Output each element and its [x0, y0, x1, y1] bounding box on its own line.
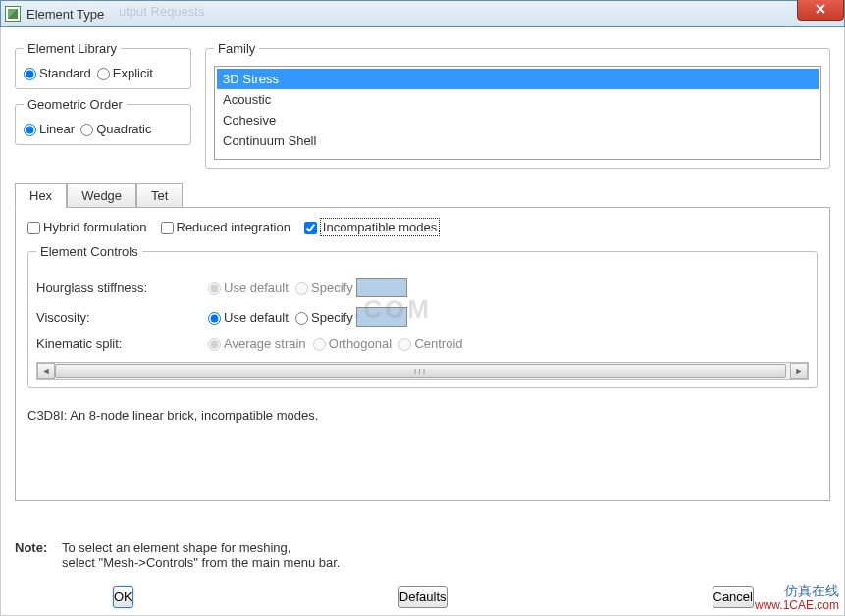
radio-linear[interactable]: Linear: [24, 122, 75, 136]
close-icon: [815, 3, 826, 15]
ok-button[interactable]: OK: [113, 586, 133, 608]
titlebar: Element Type utput Requests: [0, 0, 845, 27]
element-description: C3D8I: An 8-node linear brick, incompati…: [27, 408, 818, 423]
viscosity-value-input[interactable]: [356, 307, 407, 327]
checkbox-incompatible[interactable]: Incompatible modes: [304, 220, 440, 234]
element-shape-tabs: Hex Wedge Tet: [15, 182, 830, 207]
family-group: Family 3D Stress Acoustic Cohesive Conti…: [205, 41, 830, 169]
radio-hourglass-specify: Specify: [295, 281, 353, 295]
tab-tet[interactable]: Tet: [136, 183, 183, 208]
radio-standard[interactable]: Standard: [24, 66, 91, 80]
label-viscosity: Viscosity:: [36, 310, 208, 325]
window-title: Element Type: [26, 7, 104, 22]
element-controls-legend: Element Controls: [36, 244, 142, 259]
scroll-track[interactable]: ııı: [55, 363, 790, 379]
horizontal-scrollbar[interactable]: ◄ ııı ►: [36, 362, 809, 380]
radio-kin-centroid: Centroid: [398, 336, 462, 351]
radio-viscosity-specify[interactable]: Specify: [295, 310, 353, 325]
geometric-order-legend: Geometric Order: [24, 97, 127, 112]
note-text: To select an element shape for meshing, …: [62, 540, 340, 570]
geometric-order-group: Geometric Order Linear Quadratic: [15, 97, 191, 145]
radio-viscosity-default[interactable]: Use default: [208, 310, 289, 325]
close-button[interactable]: [797, 0, 844, 21]
radio-kin-avg: Average strain: [208, 336, 306, 351]
family-item-acoustic[interactable]: Acoustic: [217, 89, 819, 110]
checkbox-reduced[interactable]: Reduced integration: [161, 220, 290, 234]
tab-panel-hex: Hybrid formulation Reduced integration I…: [15, 207, 830, 501]
family-item-cohesive[interactable]: Cohesive: [217, 110, 819, 130]
radio-explicit[interactable]: Explicit: [97, 66, 153, 80]
family-item-3dstress[interactable]: 3D Stress: [217, 69, 819, 89]
label-kinematic: Kinematic split:: [36, 336, 208, 351]
element-library-group: Element Library Standard Explicit: [15, 41, 191, 89]
tab-hex[interactable]: Hex: [15, 183, 67, 208]
checkbox-hybrid[interactable]: Hybrid formulation: [27, 220, 147, 234]
scroll-thumb[interactable]: ııı: [55, 364, 786, 378]
background-text: utput Requests: [119, 4, 204, 19]
element-controls-group: Element Controls Hourglass stiffness: Us…: [27, 244, 818, 388]
label-hourglass: Hourglass stiffness:: [36, 281, 208, 295]
dialog-content: Element Library Standard Explicit Geomet…: [0, 27, 845, 616]
defaults-button[interactable]: Defaults: [398, 586, 448, 608]
hourglass-value-input: [356, 278, 407, 297]
family-item-continuum[interactable]: Continuum Shell: [217, 130, 819, 151]
radio-hourglass-default: Use default: [208, 281, 289, 295]
tab-wedge[interactable]: Wedge: [67, 183, 136, 208]
radio-quadratic[interactable]: Quadratic: [80, 122, 151, 136]
app-icon: [5, 6, 21, 22]
note-label: Note:: [15, 540, 62, 570]
radio-kin-ortho: Orthogonal: [313, 336, 392, 351]
family-legend: Family: [214, 41, 259, 56]
element-library-legend: Element Library: [24, 41, 121, 56]
scroll-left-arrow[interactable]: ◄: [37, 363, 55, 379]
cancel-button[interactable]: Cancel: [713, 586, 754, 608]
scroll-right-arrow[interactable]: ►: [790, 363, 808, 379]
family-listbox[interactable]: 3D Stress Acoustic Cohesive Continuum Sh…: [214, 66, 821, 160]
